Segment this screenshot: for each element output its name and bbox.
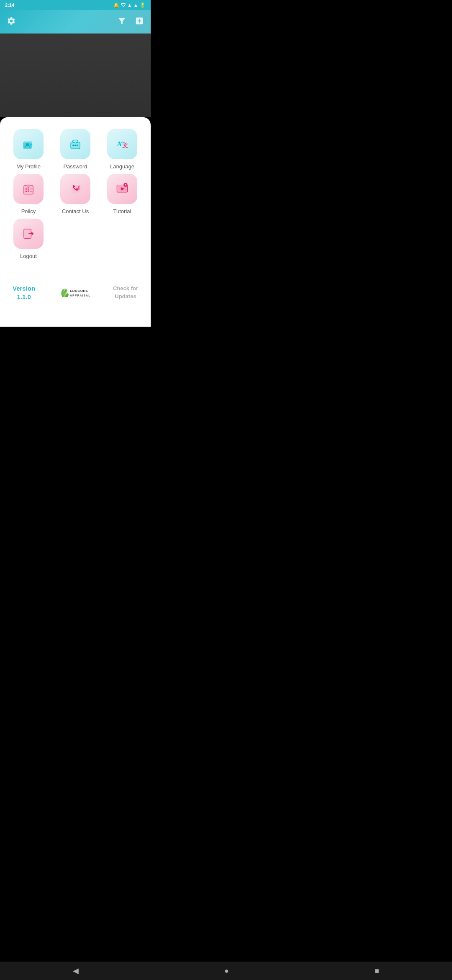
contact-icon-wrapper [60,174,90,204]
language-label: Language [110,163,134,170]
menu-item-password[interactable]: Password [55,129,95,170]
version-text: Version 1.1.0 [13,284,35,301]
signal-icon: ▲ [134,3,138,8]
logout-label: Logout [20,253,37,259]
wifi-icon: ▲ [127,3,132,8]
policy-icon-wrapper: ✕ ✕ ✕ [13,174,44,204]
app-header [0,10,151,34]
my-profile-icon-wrapper [13,129,44,159]
svg-text:APPRAISAL: APPRAISAL [70,294,90,297]
menu-item-logout[interactable]: Logout [8,219,49,259]
svg-point-34 [28,233,29,234]
status-time: 2:14 [5,3,14,8]
tutorial-label: Tutorial [113,208,131,214]
shield-icon: 🛡 [121,3,126,8]
settings-icon[interactable] [7,16,16,28]
svg-rect-4 [30,145,31,146]
password-icon-wrapper [60,129,90,159]
contact-label: Contact Us [62,208,89,214]
notification-icon: 🔔 [113,3,119,8]
menu-item-language[interactable]: A 文 Language [102,129,142,170]
svg-rect-3 [30,144,32,145]
add-note-icon[interactable] [135,16,144,28]
policy-label: Policy [21,208,36,214]
check-updates[interactable]: Check forUpdates [113,285,138,300]
check-updates-text[interactable]: Check forUpdates [113,285,138,300]
svg-rect-17 [26,185,31,187]
svg-text:?: ? [125,184,126,187]
educore-logo: EDUCORE APPRAISAL [57,285,91,300]
header-right-icons [117,16,144,28]
menu-row-3: Logout [8,219,142,259]
svg-text:文: 文 [122,142,128,149]
status-icons: 🔔 🛡 ▲ ▲ 🔋 [113,3,146,8]
tutorial-icon-wrapper: ? [107,174,137,204]
bottom-sheet: My Profile Password [0,117,151,327]
menu-item-contact-us[interactable]: Contact Us [55,174,95,214]
password-label: Password [63,163,87,170]
svg-point-8 [72,144,74,146]
background-overlay [0,34,151,117]
svg-rect-12 [74,142,76,144]
filter-icon[interactable] [117,16,126,28]
svg-text:A: A [117,140,122,147]
status-bar: 2:14 🔔 🛡 ▲ ▲ 🔋 [0,0,151,10]
svg-point-10 [77,144,78,146]
logout-icon-wrapper [13,219,44,249]
menu-row-2: ✕ ✕ ✕ Policy [8,174,142,214]
menu-item-my-profile[interactable]: My Profile [8,129,49,170]
menu-item-tutorial[interactable]: ? Tutorial [102,174,142,214]
svg-rect-5 [24,141,33,143]
logo-area: EDUCORE APPRAISAL [57,285,91,300]
language-icon-wrapper: A 文 [107,129,137,159]
footer: Version 1.1.0 EDUCORE APPRAISAL Check fo… [8,276,142,305]
version-info: Version 1.1.0 [13,284,35,301]
svg-point-9 [74,144,76,146]
menu-item-policy[interactable]: ✕ ✕ ✕ Policy [8,174,49,214]
battery-icon: 🔋 [140,3,146,8]
menu-row-1: My Profile Password [8,129,142,170]
svg-text:✕: ✕ [27,190,29,193]
my-profile-label: My Profile [16,163,41,170]
svg-text:EDUCORE: EDUCORE [70,289,88,293]
